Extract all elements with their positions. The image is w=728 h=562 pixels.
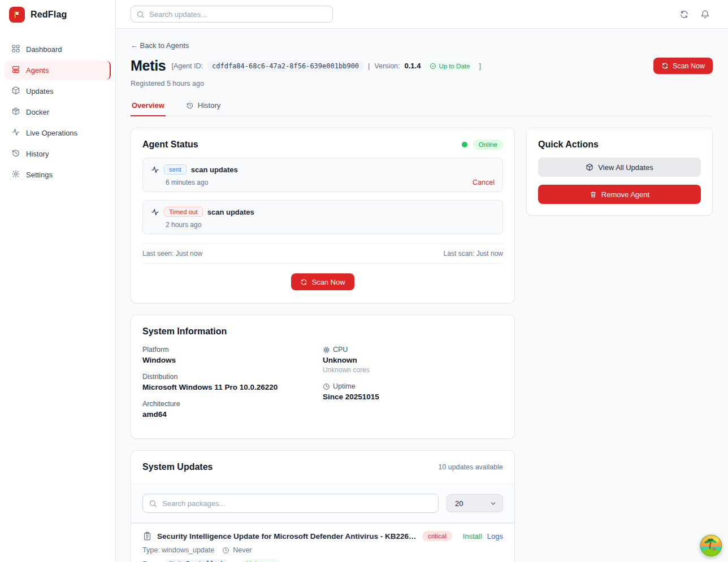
history-icon [11, 149, 20, 159]
cpu-label: CPU [323, 346, 503, 354]
update-type: Type: windows_update [142, 546, 214, 554]
tab-bar: Overview History [131, 101, 713, 116]
sidebar: RedFlag Dashboard Agents Updates Docker … [0, 0, 116, 562]
distribution-value: Microsoft Windows 11 Pro 10.0.26220 [142, 383, 323, 391]
scan-now-button-header[interactable]: Scan Now [653, 58, 713, 74]
online-dot [462, 142, 467, 147]
event-row-sent: sent scan updates 6 minutes ago Cancel [142, 158, 503, 192]
package-icon [586, 163, 593, 171]
search-packages-input[interactable] [142, 494, 439, 513]
content-grid: Agent Status Online sent scan updates [131, 128, 713, 562]
right-column: Quick Actions View All Updates Remove Ag… [526, 128, 713, 216]
uptime-value: Since 20251015 [323, 393, 503, 401]
sidebar-item-settings[interactable]: Settings [5, 165, 111, 184]
refresh-icon[interactable] [677, 7, 691, 21]
logs-link[interactable]: Logs [487, 532, 503, 541]
sidebar-item-agents[interactable]: Agents [5, 61, 111, 80]
activity-icon [11, 128, 20, 138]
bell-icon[interactable] [698, 7, 712, 21]
trash-icon [590, 191, 597, 198]
sidebar-item-dashboard[interactable]: Dashboard [5, 40, 111, 59]
search-icon [149, 499, 157, 508]
activity-icon [151, 208, 159, 216]
island-icon [700, 534, 722, 557]
event-time: 2 hours ago [166, 221, 201, 229]
view-all-updates-button[interactable]: View All Updates [538, 158, 701, 177]
server-icon [11, 65, 20, 76]
refresh-icon [300, 278, 307, 286]
architecture-label: Architecture [142, 400, 323, 408]
system-information-title: System Information [142, 326, 227, 336]
platform-label: Platform [142, 346, 323, 354]
to-version-badge: Unknown [242, 559, 279, 562]
agent-status-card: Agent Status Online sent scan updates [131, 128, 515, 303]
version-value: 0.1.4 [405, 62, 421, 70]
distribution-label: Distribution [142, 373, 323, 381]
island-fab-button[interactable] [700, 534, 722, 557]
sidebar-item-history[interactable]: History [5, 145, 111, 163]
topbar [116, 0, 728, 29]
clock-icon [323, 383, 330, 390]
left-column: Agent Status Online sent scan updates [131, 128, 515, 562]
brand: RedFlag [0, 0, 115, 29]
agent-id-value: cdfdfa84-68c6-47a2-8f56-639e001bb900 [207, 60, 363, 72]
update-name: Security Intelligence Update for Microso… [157, 532, 417, 541]
search-updates-input[interactable] [131, 6, 333, 23]
cube-icon [11, 107, 20, 117]
page-size-select[interactable]: 20 [447, 494, 503, 512]
update-installed-time: Never [233, 546, 252, 554]
meta-bracket-close: ] [479, 62, 480, 70]
sidebar-item-live-operations[interactable]: Live Operations [5, 124, 111, 142]
cpu-cores: Unknown cores [323, 366, 503, 374]
up-to-date-badge: Up to Date [425, 62, 474, 71]
agent-meta: [Agent ID: cdfdfa84-68c6-47a2-8f56-639e0… [171, 60, 481, 72]
updates-list: Security Intelligence Update for Microso… [131, 523, 514, 562]
sidebar-item-label: Settings [26, 171, 53, 179]
updates-toolbar: 20 [131, 483, 514, 523]
system-updates-title: System Updates [142, 462, 213, 472]
chevron-down-icon [489, 500, 497, 507]
check-circle-icon [430, 63, 436, 69]
last-scan-text: Last scan: Just now [444, 250, 503, 258]
sidebar-item-label: Dashboard [26, 45, 62, 54]
clock-icon [222, 547, 229, 554]
grid-icon [11, 44, 20, 55]
event-time: 6 minutes ago [166, 178, 208, 186]
quick-actions-card: Quick Actions View All Updates Remove Ag… [526, 128, 713, 216]
package-icon [11, 86, 20, 97]
agent-status-title: Agent Status [142, 140, 198, 150]
uptime-label: Uptime [323, 382, 503, 390]
cancel-link[interactable]: Cancel [473, 178, 495, 186]
cpu-value: Unknown [323, 356, 503, 364]
tab-overview[interactable]: Overview [131, 101, 166, 116]
global-search [131, 6, 333, 23]
system-information-card: System Information Platform Windows Dist… [131, 315, 515, 439]
remove-agent-button[interactable]: Remove Agent [538, 185, 701, 204]
app-root: RedFlag Dashboard Agents Updates Docker … [0, 0, 728, 562]
install-link[interactable]: Install [463, 532, 482, 541]
back-to-agents-link[interactable]: ← Back to Agents [131, 41, 189, 50]
agent-detail-page: ← Back to Agents Metis [Agent ID: cdfdfa… [116, 29, 728, 562]
search-icon [136, 10, 145, 19]
quick-actions-title: Quick Actions [538, 140, 599, 149]
event-status-badge: Timed out [164, 207, 203, 217]
agent-id-label: [Agent ID: [171, 62, 203, 70]
meta-divider: | [368, 62, 370, 70]
sidebar-item-updates[interactable]: Updates [5, 82, 111, 101]
clipboard-icon [142, 531, 152, 541]
scan-now-button-card[interactable]: Scan Now [291, 273, 354, 290]
system-updates-card: System Updates 10 updates available 20 [131, 450, 515, 562]
tab-history[interactable]: History [185, 101, 222, 116]
sidebar-item-docker[interactable]: Docker [5, 103, 111, 121]
online-badge: Online [473, 140, 503, 150]
last-seen-text: Last seen: Just now [142, 250, 202, 258]
event-text: scan updates [191, 165, 238, 174]
event-status-badge: sent [164, 164, 187, 175]
severity-badge: critical [422, 531, 452, 541]
sidebar-item-label: Live Operations [26, 129, 77, 137]
sidebar-nav: Dashboard Agents Updates Docker Live Ope… [0, 29, 115, 195]
system-info-right: CPU Unknown Unknown cores Uptime [323, 346, 503, 427]
agent-status-footer: Last seen: Just now Last scan: Just now [142, 243, 503, 264]
page-header: Metis [Agent ID: cdfdfa84-68c6-47a2-8f56… [131, 58, 713, 74]
agent-status-state: Online [462, 140, 503, 150]
